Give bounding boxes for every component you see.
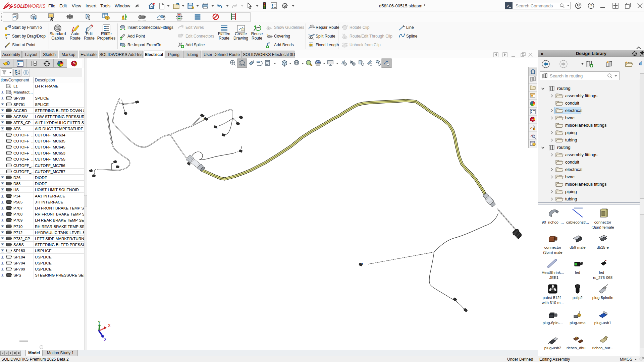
svg-text:Z: Z [104, 338, 106, 342]
svg-text:!: ! [192, 6, 193, 9]
svg-text:Y: Y [98, 320, 101, 324]
svg-text:S: S [73, 62, 75, 65]
svg-text:S: S [531, 118, 533, 121]
svg-text:X: X [108, 323, 111, 327]
svg-text:?: ? [590, 4, 592, 8]
svg-text:SOLIDWORKS: SOLIDWORKS [13, 3, 46, 9]
